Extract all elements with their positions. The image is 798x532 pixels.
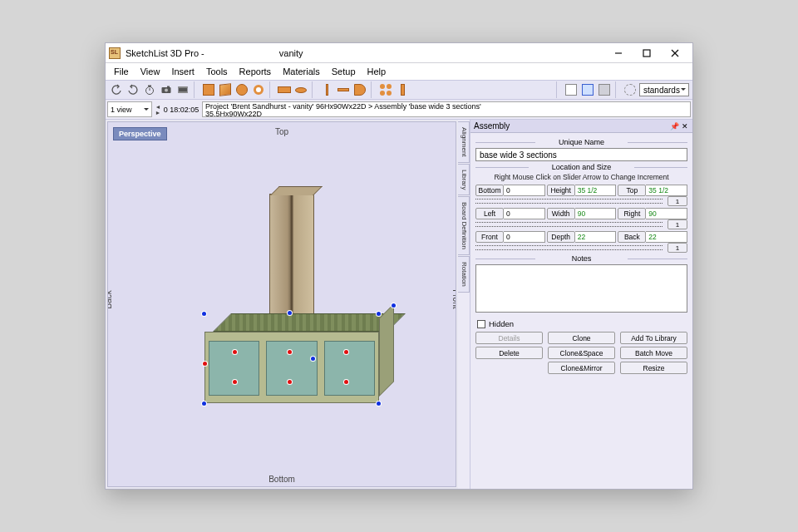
menu-materials[interactable]: Materials: [278, 65, 325, 78]
breadcrumb-row: 1 view ◄► 0 18:02:05 Project 'Brent Sand…: [106, 100, 692, 120]
menu-file[interactable]: File: [109, 65, 134, 78]
menu-view[interactable]: View: [135, 65, 165, 78]
main-area: Perspective Top Bottom Back Front: [106, 120, 692, 489]
bottom-label: Bottom: [475, 185, 504, 196]
slider-2[interactable]: [475, 222, 663, 227]
top-label: Top: [618, 185, 646, 196]
clone-mirror-button[interactable]: Clone&Mirror: [548, 362, 615, 374]
view-count-dropdown[interactable]: 1 view: [107, 101, 152, 117]
front-value[interactable]: 0: [504, 231, 545, 243]
camera-icon[interactable]: [159, 82, 174, 97]
vtab-library[interactable]: Library: [458, 164, 470, 195]
bottom-value[interactable]: 0: [504, 185, 545, 196]
clone-button[interactable]: Clone: [548, 332, 615, 344]
app-title: SketchList 3D Pro -: [126, 48, 204, 58]
menu-tools[interactable]: Tools: [201, 65, 233, 78]
resize-button[interactable]: Resize: [620, 362, 687, 374]
slider-1[interactable]: [475, 199, 663, 204]
left-value[interactable]: 0: [504, 208, 545, 219]
panel-header: Assembly 📌 ✕: [470, 120, 692, 133]
vtab-board-definition[interactable]: Board Definition: [458, 196, 470, 255]
window-minimize-button[interactable]: [604, 45, 633, 62]
3d-viewport[interactable]: Perspective Top Bottom Back Front: [107, 121, 456, 487]
add-to-library-button[interactable]: Add To Library: [620, 332, 687, 344]
svg-rect-9: [167, 86, 170, 88]
width-value[interactable]: 90: [575, 208, 617, 219]
assembly-panel: Assembly 📌 ✕ Unique Name Location and Si…: [470, 120, 692, 489]
viewport-label-top: Top: [275, 127, 288, 136]
movie-icon[interactable]: [175, 82, 190, 97]
window-maximize-button[interactable]: [633, 45, 661, 62]
delete-button[interactable]: Delete: [475, 347, 543, 359]
location-size-label: Location and Size: [475, 163, 687, 171]
shape-hbar-button[interactable]: [336, 82, 351, 97]
undo-button[interactable]: [109, 82, 124, 97]
standards-dropdown[interactable]: standards: [639, 83, 689, 96]
width-label: Width: [547, 208, 575, 219]
menu-setup[interactable]: Setup: [327, 65, 361, 78]
clone-space-button[interactable]: Clone&Space: [548, 347, 615, 359]
vtab-alignment[interactable]: Alignment: [458, 121, 470, 163]
panel-pin-icon[interactable]: 📌: [670, 122, 678, 131]
menu-help[interactable]: Help: [362, 65, 392, 78]
select-mode-3-button[interactable]: [597, 82, 612, 97]
hidden-checkbox[interactable]: Hidden: [477, 319, 687, 328]
shape-dots-button[interactable]: [378, 82, 393, 97]
shape-cube-button[interactable]: [218, 82, 233, 97]
history-nav[interactable]: ◄►: [154, 100, 162, 119]
increment-3[interactable]: 1: [667, 243, 687, 253]
depth-label: Depth: [547, 231, 575, 243]
redo-button[interactable]: [126, 82, 140, 97]
menu-reports[interactable]: Reports: [234, 65, 277, 78]
model-base-cabinet[interactable]: [204, 327, 379, 405]
batch-move-button[interactable]: Batch Move: [620, 347, 687, 359]
toolbar: standards: [106, 80, 692, 100]
viewport-label-front: Front: [451, 289, 457, 308]
slider-3[interactable]: [475, 245, 663, 250]
panel-close-icon[interactable]: ✕: [681, 122, 689, 131]
app-logo-icon: [109, 47, 121, 59]
titlebar: SketchList 3D Pro - vanity: [106, 43, 692, 63]
details-button[interactable]: Details: [475, 332, 543, 344]
svg-rect-1: [643, 50, 650, 57]
shape-ring-button[interactable]: [251, 82, 266, 97]
back-value[interactable]: 22: [646, 231, 687, 243]
depth-value[interactable]: 22: [575, 231, 617, 243]
shape-disk-button[interactable]: [293, 82, 308, 97]
shape-half-button[interactable]: [352, 82, 367, 97]
select-mode-1-button[interactable]: [564, 82, 579, 97]
slider-hint: Right Mouse Click on Slider Arrow to Cha…: [475, 173, 687, 181]
unique-name-input[interactable]: [475, 148, 687, 161]
gear-icon[interactable]: [623, 82, 638, 97]
menubar: File View Insert Tools Reports Materials…: [106, 63, 692, 80]
shape-post-button[interactable]: [395, 82, 410, 97]
panel-title: Assembly: [474, 121, 510, 131]
shape-circle-button[interactable]: [234, 82, 249, 97]
shape-rect-button[interactable]: [201, 82, 216, 97]
timer-icon[interactable]: [142, 82, 157, 97]
top-value[interactable]: 35 1/2: [646, 185, 687, 196]
height-value[interactable]: 35 1/2: [575, 185, 617, 196]
select-mode-2-button[interactable]: [580, 82, 595, 97]
3d-model[interactable]: [183, 194, 391, 418]
checkbox-icon[interactable]: [477, 320, 485, 328]
notes-label: Notes: [475, 254, 687, 263]
breadcrumb-path[interactable]: Project 'Brent Sandhurst - vanity' 96Hx9…: [202, 101, 691, 117]
right-value[interactable]: 90: [646, 208, 687, 219]
svg-point-8: [165, 89, 168, 92]
window-close-button[interactable]: [661, 45, 689, 62]
vtab-rotation[interactable]: Rotation: [458, 256, 470, 293]
shape-slab-button[interactable]: [277, 82, 292, 97]
shape-thinbar-button[interactable]: [319, 82, 334, 97]
document-title: vanity: [279, 48, 303, 58]
increment-1[interactable]: 1: [667, 196, 687, 206]
unique-name-label: Unique Name: [475, 138, 687, 146]
viewport-mode-badge[interactable]: Perspective: [113, 127, 167, 140]
viewport-label-bottom: Bottom: [268, 475, 295, 484]
left-label: Left: [475, 208, 504, 219]
back-label: Back: [618, 231, 646, 243]
model-tall-cabinet[interactable]: [269, 194, 314, 330]
menu-insert[interactable]: Insert: [166, 65, 200, 78]
increment-2[interactable]: 1: [667, 219, 687, 229]
notes-textarea[interactable]: [475, 264, 687, 313]
